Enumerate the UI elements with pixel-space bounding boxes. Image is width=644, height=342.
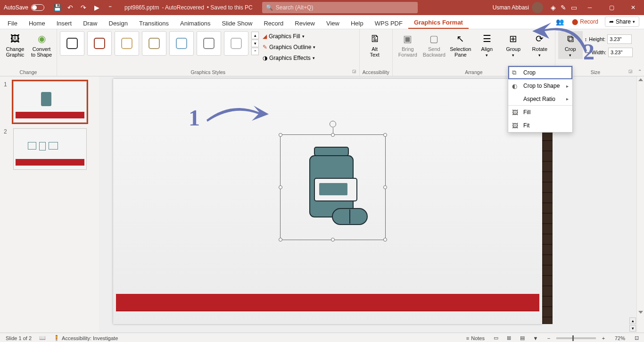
teams-icon[interactable]: 👥 [556,18,565,25]
next-slide-icon[interactable]: ▾ [629,325,636,332]
graphic-selection[interactable] [280,134,386,240]
tab-draw[interactable]: Draw [77,17,103,29]
sorter-view-icon[interactable]: ⊞ [504,334,515,342]
slideshow-view-icon[interactable]: ▼ [530,334,541,342]
tab-help[interactable]: Help [345,17,369,29]
menu-aspect-ratio[interactable]: Aspect Ratio▸ [508,92,572,106]
slide-thumbnail-2[interactable] [13,128,87,170]
prev-slide-icon[interactable]: ▴ [629,317,636,324]
tab-design[interactable]: Design [103,17,133,29]
menu-fill[interactable]: 🖼Fill [508,106,572,119]
send-backward-button[interactable]: ▢Send Backward [422,31,446,58]
tab-insert[interactable]: Insert [51,17,78,29]
reading-view-icon[interactable]: ▤ [517,334,528,342]
tab-record[interactable]: Record [258,17,289,29]
redo-icon[interactable]: ↷ [78,2,89,13]
collapse-ribbon-icon[interactable]: ⌃ [636,29,644,76]
selection-pane-button[interactable]: ↖Selection Pane [448,31,473,58]
gallery-down-icon[interactable]: ▾ [251,40,259,47]
width-row: ↔ Width: [585,47,633,58]
zoom-in-button[interactable]: + [598,334,609,342]
styles-dialog-launcher[interactable]: ◲ [352,69,358,75]
search-bar[interactable]: 🔍 [262,2,418,13]
qat-more-icon[interactable]: ⁼ [105,2,115,13]
alt-text-button[interactable]: 🖻 Alt Text [363,31,387,58]
autosave-toggle[interactable]: AutoSave [0,4,48,11]
wand-icon[interactable]: ✎ [558,2,569,13]
saved-status-text: • Saved to this PC [207,4,253,11]
spell-check-icon[interactable]: 📖 [35,335,50,341]
style-preset-1[interactable] [60,31,84,56]
fit-menu-icon: 🖼 [512,122,520,129]
slide[interactable] [113,79,542,324]
maximize-button[interactable]: ▢ [601,0,622,15]
fit-to-window-icon[interactable]: ⊡ [631,334,642,342]
graphics-fill-button[interactable]: ◢Graphics Fill▾ [261,31,322,42]
rotate-handle[interactable] [330,121,336,127]
style-preset-3[interactable] [115,31,139,56]
tab-home[interactable]: Home [23,17,51,29]
rotate-button[interactable]: ⟳Rotate▾ [528,31,552,59]
menu-fit[interactable]: 🖼Fit [508,119,572,132]
close-button[interactable]: ✕ [622,0,644,15]
ribbon-display-icon[interactable]: ▭ [569,2,579,13]
vertical-scrollbar[interactable] [636,76,644,333]
tab-transitions[interactable]: Transitions [133,17,174,29]
tab-file[interactable]: File [2,17,23,29]
change-graphic-button[interactable]: 🖼 Change Graphic [3,31,27,58]
accessibility-status[interactable]: 🧍Accessibility: Investigate [50,335,122,341]
gallery-more-icon[interactable]: ⁼ [251,48,259,55]
thumb-row[interactable]: 2 [4,128,95,170]
tab-animations[interactable]: Animations [174,17,216,29]
medicine-bottle-icon[interactable] [281,135,386,241]
tab-graphics-format[interactable]: Graphics Format [408,16,469,29]
scroll-down-icon[interactable] [638,311,643,314]
style-preset-6[interactable] [197,31,221,56]
zoom-out-button[interactable]: − [543,334,554,342]
style-preset-7[interactable] [224,31,248,56]
zoom-level[interactable]: 72% [611,335,629,341]
gallery-scroll[interactable]: ▴▾⁼ [251,32,259,55]
graphics-effects-button[interactable]: ◑Graphics Effects▾ [261,53,322,63]
styles-gallery[interactable]: ▴▾⁼ [60,31,259,56]
style-preset-5[interactable] [169,31,194,56]
height-input[interactable] [607,34,632,44]
diamond-icon[interactable]: ◈ [548,2,558,13]
slide-thumbnail-1[interactable] [13,81,87,123]
record-button[interactable]: ⬤Record [568,17,602,27]
minimize-button[interactable]: ─ [579,0,601,15]
share-button[interactable]: ➦Share▾ [605,17,639,27]
thumb-row[interactable]: 1 [4,81,95,123]
selection-pane-icon: ↖ [454,32,467,45]
tab-view[interactable]: View [321,17,345,29]
group-button[interactable]: ⊞Group▾ [501,31,526,59]
align-button[interactable]: ☰Align▾ [475,31,499,59]
save-icon[interactable]: 💾 [52,2,62,13]
undo-icon[interactable]: ↶ [65,2,75,13]
crop-button[interactable]: ⧉ Crop▾ [558,31,583,59]
search-input[interactable] [276,4,414,11]
tab-wpspdf[interactable]: WPS PDF [369,17,408,29]
menu-crop-to-shape[interactable]: ◐Crop to Shape▸ [508,79,572,92]
size-dialog-launcher[interactable]: ◲ [628,69,634,75]
gallery-up-icon[interactable]: ▴ [251,32,259,39]
tab-slideshow[interactable]: Slide Show [216,17,258,29]
bring-forward-button[interactable]: ▣Bring Forward [396,31,420,58]
tab-review[interactable]: Review [289,17,321,29]
notes-button[interactable]: ≡Notes [462,335,488,341]
slide-counter[interactable]: Slide 1 of 2 [2,335,35,341]
group-label-accessibility: Accessibility [363,68,389,75]
normal-view-icon[interactable]: ▭ [490,334,502,342]
style-preset-2[interactable] [87,31,112,56]
width-icon: ↔ [585,50,590,55]
width-input[interactable] [608,48,633,57]
user-account[interactable]: Usman Abbasi [488,2,548,13]
convert-to-shape-button[interactable]: ◉ Convert to Shape [29,31,54,58]
scroll-up-icon[interactable] [638,78,643,81]
graphics-outline-button[interactable]: ✎Graphics Outline▾ [261,42,322,52]
zoom-slider[interactable] [556,337,596,339]
style-preset-4[interactable] [142,31,166,56]
toggle-switch-icon[interactable] [31,4,44,11]
menu-crop[interactable]: ⧉Crop [508,66,572,79]
from-beginning-icon[interactable]: ▶ [91,2,102,13]
